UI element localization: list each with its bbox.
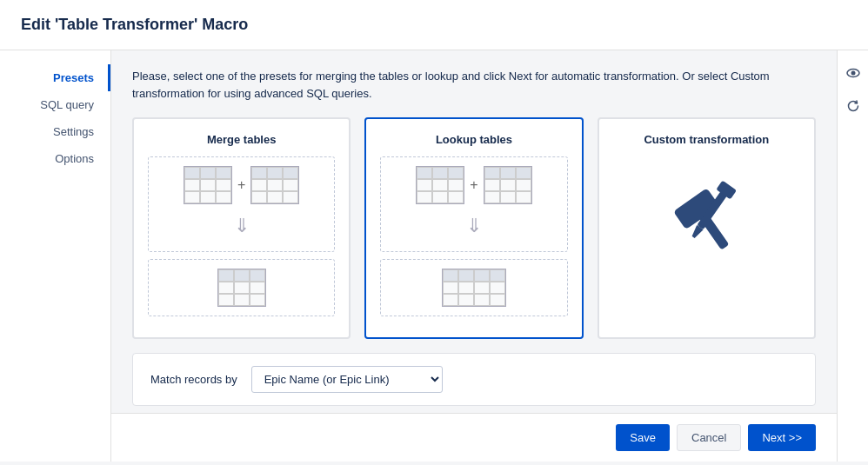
lookup-plus-sign: + — [470, 177, 477, 193]
lookup-table-left — [416, 166, 464, 204]
eye-icon-btn[interactable] — [841, 61, 865, 85]
cancel-button[interactable]: Cancel — [677, 424, 741, 451]
merge-table-right — [250, 166, 299, 204]
lookup-arrow-down: ⇓ — [466, 215, 482, 237]
sidebar-item-presets[interactable]: Presets — [0, 64, 110, 91]
page-title: Edit 'Table Transformer' Macro — [0, 0, 868, 50]
hammer-wrench-icon — [658, 174, 754, 263]
save-button[interactable]: Save — [616, 424, 670, 451]
sidebar: Presets SQL query Settings Options — [0, 50, 111, 462]
lookup-tables-title: Lookup tables — [436, 133, 512, 146]
lookup-result-table — [442, 269, 506, 307]
sidebar-item-options[interactable]: Options — [0, 145, 110, 172]
next-button[interactable]: Next >> — [748, 424, 816, 451]
merge-tables-title: Merge tables — [207, 133, 276, 146]
sidebar-item-settings[interactable]: Settings — [0, 118, 110, 145]
custom-transformation-card[interactable]: Custom transformation — [598, 117, 816, 339]
merge-plus-sign: + — [237, 177, 245, 193]
custom-transformation-title: Custom transformation — [644, 133, 769, 146]
refresh-icon-btn[interactable] — [841, 94, 865, 118]
match-records-select[interactable]: Epic Name (or Epic Link) Issue Key Summa… — [251, 366, 443, 393]
description-text: Please, select one of the presets for me… — [132, 68, 811, 102]
match-records-bar: Match records by Epic Name (or Epic Link… — [132, 353, 816, 406]
merge-table-left — [184, 166, 232, 204]
merge-result-table — [217, 269, 266, 307]
sidebar-item-sql-query[interactable]: SQL query — [0, 91, 110, 118]
merge-arrow-down: ⇓ — [234, 215, 250, 237]
lookup-table-right — [484, 166, 532, 204]
merge-tables-card[interactable]: Merge tables + — [132, 117, 351, 339]
content-area: Please, select one of the presets for me… — [111, 50, 837, 462]
presets-container: Merge tables + — [132, 117, 816, 339]
lookup-tables-card[interactable]: Lookup tables + — [364, 117, 583, 339]
footer: Save Cancel Next >> — [111, 413, 837, 462]
match-records-label: Match records by — [150, 373, 237, 386]
svg-point-6 — [851, 71, 855, 76]
right-icons-panel — [837, 50, 868, 462]
